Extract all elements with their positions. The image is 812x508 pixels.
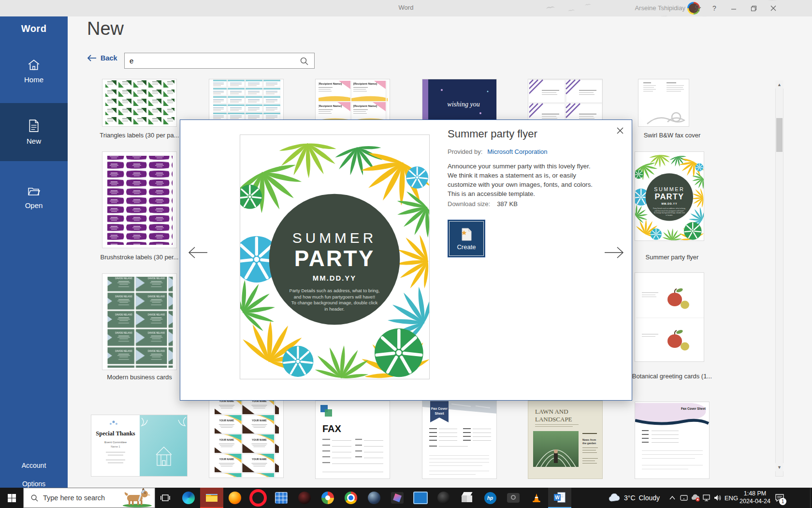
provided-by-label: Provided by: <box>448 148 482 155</box>
taskbar-app-firefox[interactable] <box>223 488 246 508</box>
taskbar-app-dark-red[interactable] <box>293 488 316 508</box>
opera-icon <box>249 489 267 507</box>
home-icon <box>28 59 40 71</box>
options-label: Options <box>22 480 45 488</box>
edge-icon <box>182 492 195 504</box>
vlc-icon <box>531 493 542 503</box>
template-thumb-modern-business-cards[interactable]: DAVIDE NELANO <box>102 273 177 370</box>
tray-network-icon[interactable] <box>701 488 713 508</box>
description-line: This is an accessible template. <box>448 189 593 198</box>
restore-button[interactable] <box>745 0 762 16</box>
taskbar-search-input[interactable] <box>42 493 121 502</box>
sidebar-item-new[interactable]: New <box>0 103 68 161</box>
template-thumb-fax-cover-pink[interactable]: Fax Cover Sheet <box>635 402 710 479</box>
display-app-icon <box>413 492 428 504</box>
template-label-brushstroke[interactable]: Brushstroke labels (30 per... <box>90 254 189 261</box>
provided-by-row: Provided by:Microsoft Corporation <box>448 148 548 155</box>
taskbar-app-vlc[interactable] <box>525 488 548 508</box>
taskbar-app-file-explorer[interactable] <box>200 488 223 508</box>
template-thumb-fax[interactable]: FAX <box>315 401 390 479</box>
template-thumb-brushstroke-labels[interactable] <box>102 151 177 248</box>
provider-link[interactable]: Microsoft Corporation <box>487 148 547 155</box>
close-button[interactable] <box>765 0 782 16</box>
sidebar-item-home[interactable]: Home <box>0 54 68 89</box>
template-thumb-your-name-cards[interactable]: YOUR NAME <box>209 395 284 478</box>
weather-condition: Cloudy <box>639 494 660 502</box>
taskbar-app-blue-grid[interactable] <box>270 488 293 508</box>
tablet-icon <box>680 494 688 501</box>
taskbar-app-edge[interactable] <box>177 488 200 508</box>
taskbar-app-media[interactable] <box>432 488 455 508</box>
person-icon <box>694 4 701 12</box>
task-view-icon <box>160 493 170 502</box>
template-label-botanical[interactable]: Botanical greeting cards (1... <box>623 373 722 380</box>
titlebar: Word Arseine Tshipidiay ? <box>0 0 812 16</box>
taskbar-app-chrome[interactable] <box>339 488 362 508</box>
account-label: Account <box>22 462 46 469</box>
app-brand: Word <box>0 23 68 34</box>
taskbar-app-word-active[interactable]: W <box>548 488 571 508</box>
taskbar-app-hp[interactable]: hp <box>478 488 502 508</box>
tray-onedrive-icon[interactable] <box>690 488 701 508</box>
template-thumb-lawn-landscape[interactable]: LAWN AND LANDSCAPE News from the garden <box>528 401 603 479</box>
weather-widget[interactable]: 3°C Cloudy <box>608 488 660 508</box>
taskbar-app-steam[interactable] <box>362 488 386 508</box>
start-button[interactable] <box>0 488 23 508</box>
sidebar-item-open-label: Open <box>0 201 68 209</box>
svg-text:the garden: the garden <box>582 442 596 445</box>
template-thumb-swirl-fax[interactable] <box>638 79 689 127</box>
taskbar-app-display[interactable] <box>409 488 432 508</box>
scrollbar-up-button[interactable]: ▲ <box>775 80 783 89</box>
camera-app-icon <box>507 493 520 503</box>
create-document-icon <box>460 226 473 241</box>
tray-language-indicator[interactable]: ENG <box>723 488 740 508</box>
show-desktop-button[interactable] <box>810 488 812 508</box>
dark-red-app-icon <box>298 492 311 504</box>
dialog-title: Summer party flyer <box>448 128 537 140</box>
search-icon[interactable] <box>300 57 308 65</box>
action-center-button[interactable]: 1 <box>772 488 787 508</box>
share-user-icon[interactable] <box>689 0 706 16</box>
back-button[interactable]: Back <box>87 54 117 62</box>
template-thumb-botanical-cards[interactable] <box>635 272 704 362</box>
sidebar-item-options[interactable]: Options <box>0 480 68 488</box>
svg-text:Fax Cover Sheet: Fax Cover Sheet <box>681 407 706 410</box>
taskbar-app-3d-viewer[interactable] <box>455 488 478 508</box>
template-label-swirl[interactable]: Swirl B&W fax cover <box>623 132 722 139</box>
task-view-button[interactable] <box>154 488 177 508</box>
hp-icon: hp <box>484 492 496 504</box>
taskbar-app-pinwheel[interactable] <box>316 488 339 508</box>
next-template-button[interactable] <box>603 243 625 262</box>
template-label-modern[interactable]: Modern business cards <box>90 374 189 381</box>
template-thumb-special-thanks[interactable]: Special Thanks Event Committee Name 1 <box>91 415 188 477</box>
template-thumb-fax-cover-ribbon[interactable]: Fax Cover Sheet <box>422 401 497 479</box>
tray-device-icon[interactable] <box>679 488 689 508</box>
help-button[interactable]: ? <box>706 0 723 16</box>
help-icon: ? <box>712 4 716 12</box>
search-dog-graphic <box>121 488 153 508</box>
grid-app-icon <box>275 492 288 504</box>
create-button[interactable]: Create <box>448 220 485 257</box>
taskbar-app-opera[interactable] <box>246 488 270 508</box>
template-thumb-summer-party-flyer[interactable] <box>635 151 704 241</box>
sidebar-item-open[interactable]: Open <box>0 181 68 214</box>
sidebar-item-account[interactable]: Account <box>0 462 68 469</box>
template-thumb-triangles-labels[interactable] <box>102 79 177 127</box>
template-label-triangles[interactable]: Triangles labels (30 per pa... <box>90 132 189 139</box>
clock-time: 1:48 PM <box>740 490 770 497</box>
tray-clock[interactable]: 1:48 PM 2024-04-24 <box>740 490 770 505</box>
download-size-label: Download size: <box>448 200 490 208</box>
taskbar-app-photos[interactable] <box>386 488 409 508</box>
taskbar-app-camera[interactable] <box>502 488 525 508</box>
scrollbar-thumb[interactable] <box>776 118 783 152</box>
tray-volume-icon[interactable] <box>712 488 723 508</box>
previous-template-button[interactable] <box>187 243 209 262</box>
scrollbar-down-button[interactable]: ▼ <box>775 463 783 471</box>
svg-text:LAWN AND: LAWN AND <box>535 408 568 415</box>
svg-text:Event Committee: Event Committee <box>104 441 127 444</box>
template-search-input[interactable] <box>125 57 300 65</box>
tray-expand-button[interactable] <box>667 488 678 508</box>
minimize-button[interactable] <box>725 0 742 16</box>
dialog-close-button[interactable] <box>614 125 626 136</box>
template-label-summer[interactable]: Summer party flyer <box>623 254 722 261</box>
